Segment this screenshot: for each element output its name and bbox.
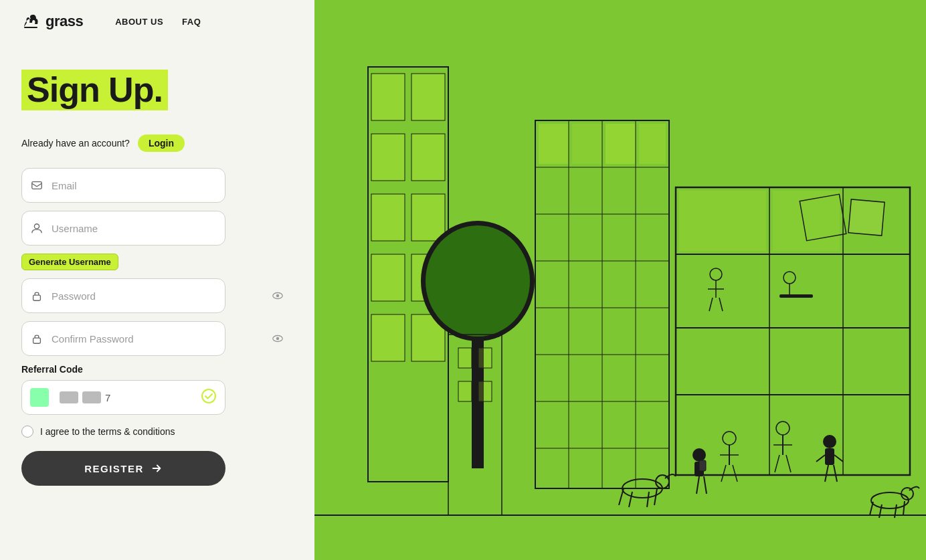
svg-rect-81 [478,348,492,368]
referral-code-block-2 [82,391,101,403]
form-area: Sign Up. Already have an account? Login … [0,43,314,560]
nav-faq[interactable]: FAQ [182,17,201,27]
svg-rect-16 [371,194,405,241]
navbar: grass ABOUT US FAQ [0,0,314,43]
logo-icon [21,12,40,31]
svg-rect-39 [639,124,666,164]
terms-checkbox[interactable] [21,426,33,438]
referral-input-group: 7 [21,380,225,415]
svg-rect-0 [24,27,37,28]
left-panel: grass ABOUT US FAQ Sign Up. Already have… [0,0,314,560]
brand-name: grass [45,13,83,30]
svg-rect-13 [411,74,445,120]
nav-links: ABOUT US FAQ [115,17,201,27]
referral-icon-block [30,388,49,407]
svg-rect-17 [411,194,445,241]
svg-rect-36 [539,124,568,164]
svg-rect-14 [371,134,405,181]
confirm-password-input-group [21,321,293,356]
svg-rect-37 [572,124,601,164]
email-input[interactable] [21,168,225,203]
referral-code-block-1 [60,391,78,403]
arrow-right-icon [151,462,163,474]
generate-username-button[interactable]: Generate Username [21,254,118,270]
svg-point-9 [202,389,215,403]
city-illustration [314,0,926,560]
svg-rect-92 [825,448,834,465]
page-title: Sign Up. [21,70,168,110]
referral-code-label: Referral Code [21,364,293,375]
svg-point-91 [823,435,836,448]
username-input-group [21,211,293,246]
svg-rect-88 [699,460,706,471]
right-panel [314,0,926,560]
login-button[interactable]: Login [138,134,185,152]
svg-rect-10 [314,0,926,560]
svg-rect-60 [779,294,813,298]
terms-row: I agree to the terms & conditions [21,426,293,438]
svg-point-86 [692,448,706,462]
register-button[interactable]: REGISTER [21,451,225,486]
svg-point-8 [276,337,280,341]
logo-link[interactable]: grass [21,12,83,31]
svg-rect-80 [458,348,472,368]
svg-rect-12 [371,74,405,120]
password-toggle-icon[interactable] [272,290,284,302]
confirm-password-input[interactable] [21,321,225,356]
confirm-password-toggle-icon[interactable] [272,333,284,345]
nav-about-us[interactable]: ABOUT US [115,17,163,27]
svg-rect-38 [606,124,635,164]
email-input-group [21,168,293,203]
referral-code-text: 7 [105,392,110,403]
svg-rect-83 [478,381,492,401]
password-input[interactable] [21,278,225,313]
svg-rect-20 [371,314,405,361]
already-account-text: Already have an account? [21,138,130,149]
svg-point-5 [276,294,280,298]
password-input-group [21,278,293,313]
username-input[interactable] [21,211,225,246]
terms-text: I agree to the terms & conditions [40,426,175,437]
svg-point-24 [426,225,530,337]
svg-rect-85 [848,199,885,236]
login-prompt: Already have an account? Login [21,134,293,152]
svg-rect-15 [411,134,445,181]
register-button-label: REGISTER [84,463,144,474]
svg-rect-46 [679,191,766,251]
svg-rect-82 [458,381,472,401]
svg-rect-18 [371,254,405,301]
referral-verified-icon [201,388,217,407]
